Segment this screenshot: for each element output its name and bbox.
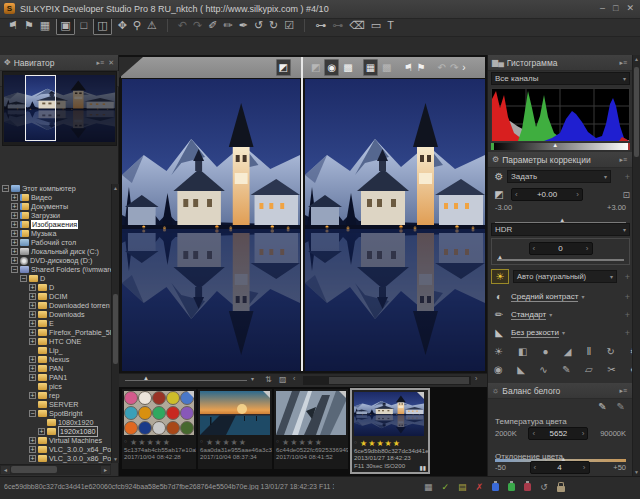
spin-right-icon[interactable]: › bbox=[586, 244, 589, 253]
pane-divider[interactable] bbox=[301, 57, 303, 371]
checkmark-box-button-icon[interactable]: ☑ bbox=[284, 17, 294, 34]
tree-item-label[interactable]: Downloaded torren bbox=[49, 301, 110, 310]
expand-icon[interactable]: + bbox=[29, 365, 36, 372]
preset-select[interactable]: Задать▾ bbox=[507, 170, 611, 183]
tree-item-label[interactable]: Локальный диск (C:) bbox=[31, 247, 99, 256]
wedge-tool-icon[interactable]: ◣ bbox=[517, 364, 525, 375]
mark-flag-right-button-icon[interactable]: ⚑ bbox=[24, 17, 34, 34]
tree-item[interactable]: +Изображения bbox=[0, 220, 111, 229]
sharpness-select[interactable]: Без резкости bbox=[511, 328, 559, 338]
expand-icon[interactable]: + bbox=[29, 329, 36, 336]
expand-icon[interactable]: + bbox=[29, 302, 36, 309]
flag-right-button-icon[interactable]: ⚑ bbox=[417, 60, 426, 75]
redo-button-icon[interactable]: ↷ bbox=[193, 17, 202, 34]
expand-icon[interactable]: + bbox=[29, 356, 36, 363]
tree-item[interactable]: +Downloads bbox=[0, 310, 111, 319]
exposure-compare-button-icon[interactable]: ◩ bbox=[311, 60, 320, 75]
tree-item[interactable]: +HTC ONE bbox=[0, 337, 111, 346]
marker-pen-button-icon[interactable]: ✐ bbox=[208, 17, 217, 34]
thumb-data-icon[interactable]: ▦ bbox=[424, 481, 433, 493]
tree-item-label[interactable]: PAN bbox=[49, 364, 63, 373]
panel-menu-icon[interactable]: ▸≡ bbox=[620, 59, 628, 67]
filter-icon[interactable]: ▨ bbox=[279, 375, 287, 384]
spin-right-icon[interactable]: › bbox=[582, 429, 585, 438]
sharpness-icon[interactable]: ◣ bbox=[491, 327, 507, 338]
skin-picker-icon[interactable]: ✎ bbox=[617, 401, 625, 412]
hdr-slider[interactable]: ▲ bbox=[497, 256, 624, 262]
sharpness-add-button[interactable]: + bbox=[625, 328, 630, 338]
tree-item[interactable]: pics bbox=[0, 382, 111, 391]
redo-button-icon[interactable]: ↷ bbox=[450, 60, 458, 75]
hdr-slider-handle[interactable]: ▲ bbox=[497, 254, 503, 260]
copy-params-icon[interactable]: ▤ bbox=[458, 481, 467, 493]
tree-item-label[interactable]: D bbox=[40, 274, 45, 283]
expand-icon[interactable]: + bbox=[11, 248, 18, 255]
tree-item-label[interactable]: DVD-дисковод (D:) bbox=[30, 256, 92, 265]
undo-button-icon[interactable]: ↶ bbox=[437, 60, 445, 75]
sync-preview-button-icon[interactable]: ▩ bbox=[382, 60, 391, 75]
tree-item[interactable]: +Музыка bbox=[0, 229, 111, 238]
expand-icon[interactable]: + bbox=[29, 284, 36, 291]
slope-tool-icon[interactable]: ◢ bbox=[564, 346, 572, 357]
tree-item[interactable]: +Загрузки bbox=[0, 211, 111, 220]
tree-item-label[interactable]: SERVER bbox=[49, 400, 78, 409]
tree-item-label[interactable]: Видео bbox=[31, 193, 52, 202]
scroll-up-icon[interactable]: ▲ bbox=[633, 56, 640, 62]
tree-item[interactable]: +Downloaded torren bbox=[0, 301, 111, 310]
tree-item[interactable]: −SpotBright bbox=[0, 409, 111, 418]
tree-item-label[interactable]: Рабочий стол bbox=[31, 238, 76, 247]
hdr-spinner[interactable]: ‹ 0 › bbox=[529, 242, 593, 255]
expand-icon[interactable]: + bbox=[29, 437, 36, 444]
lock-icon[interactable] bbox=[557, 486, 565, 492]
tone-brush-icon[interactable]: ✏ bbox=[491, 309, 507, 320]
gradation-tool-icon[interactable]: ◧ bbox=[518, 346, 527, 357]
spin-right-icon[interactable]: › bbox=[583, 463, 586, 472]
spin-left-icon[interactable]: ‹ bbox=[532, 429, 535, 438]
tree-item[interactable]: −Этот компьютер bbox=[0, 184, 111, 193]
collapse-icon[interactable]: − bbox=[11, 266, 18, 273]
tree-item[interactable]: −D bbox=[0, 274, 111, 283]
grid-display-button-icon[interactable]: ▩ bbox=[343, 60, 352, 75]
expand-icon[interactable]: + bbox=[11, 212, 18, 219]
tree-hscrollbar-thumb[interactable] bbox=[11, 466, 57, 473]
sphere-tool-icon[interactable]: ● bbox=[543, 346, 549, 357]
tree-item-label[interactable]: E bbox=[49, 319, 54, 328]
panel-close-icon[interactable]: ✕ bbox=[108, 59, 114, 67]
scroll-right-icon[interactable]: › bbox=[475, 375, 477, 382]
range-marker[interactable]: ▲ bbox=[552, 142, 558, 148]
brush-button-icon[interactable]: ✏ bbox=[223, 17, 232, 34]
tree-item[interactable]: +DCIM bbox=[0, 292, 111, 301]
close-button[interactable]: ✕ bbox=[626, 3, 634, 13]
wb-sun-icon[interactable]: ☀ bbox=[491, 269, 509, 284]
tree-item[interactable]: +Nexus bbox=[0, 355, 111, 364]
tree-item-label[interactable]: Изображения bbox=[31, 220, 78, 229]
fisheye-tool-icon[interactable]: ∿ bbox=[539, 364, 547, 375]
spin-left-icon[interactable]: ‹ bbox=[515, 190, 518, 199]
scroll-down-icon[interactable]: ▼ bbox=[112, 456, 119, 462]
multi-preview-button-icon[interactable]: ▦ bbox=[363, 59, 378, 76]
collapse-icon[interactable]: − bbox=[29, 410, 36, 417]
thumb-size-slider[interactable]: ▲ bbox=[125, 380, 247, 381]
spin-left-icon[interactable]: ‹ bbox=[534, 463, 537, 472]
chevron-down-icon[interactable]: ▾ bbox=[251, 375, 254, 382]
tree-item[interactable]: +DVD-дисковод (D:) bbox=[0, 256, 111, 265]
panel-menu-icon[interactable]: ▸≡ bbox=[620, 387, 628, 395]
left-pane-mode-button[interactable]: ◩ bbox=[276, 59, 291, 76]
expand-icon[interactable]: + bbox=[11, 230, 18, 237]
tree-item[interactable]: +rep bbox=[0, 391, 111, 400]
expand-icon[interactable]: + bbox=[11, 239, 18, 246]
thumb-size-slider-handle[interactable]: ▲ bbox=[143, 375, 149, 381]
collapse-icon[interactable]: − bbox=[20, 275, 27, 282]
tree-item-label[interactable]: Virtual Machines bbox=[49, 436, 102, 445]
develop-check-icon[interactable]: ✓ bbox=[442, 481, 450, 493]
pen-tool-icon[interactable]: ✎ bbox=[562, 364, 570, 375]
key-protect-check-button-icon[interactable]: ⊶ bbox=[332, 17, 343, 34]
tone-add-button[interactable]: + bbox=[625, 310, 630, 320]
scroll-left-icon[interactable]: ‹ bbox=[293, 375, 295, 382]
shapes-tool-icon[interactable]: ▱ bbox=[585, 364, 593, 375]
expand-icon[interactable]: + bbox=[29, 374, 36, 381]
expand-icon[interactable]: + bbox=[29, 446, 36, 453]
filmstrip-thumbnail-selected[interactable]: ○★★★★★▮▮6ce59dbb80c327dc34d41e62013/01/2… bbox=[350, 388, 430, 474]
exposure-spinner[interactable]: ‹ +0.00 › bbox=[511, 188, 583, 201]
tree-item-label[interactable]: D bbox=[49, 283, 54, 292]
